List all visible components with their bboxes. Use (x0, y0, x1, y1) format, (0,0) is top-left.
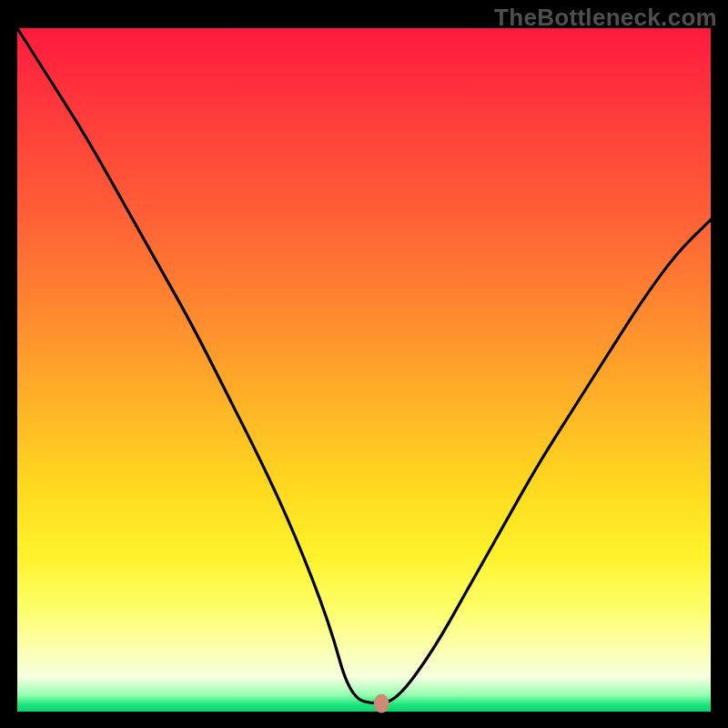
chart-frame: TheBottleneck.com (0, 0, 728, 728)
bottleneck-curve-svg (17, 28, 711, 712)
bottleneck-curve-path (17, 28, 711, 703)
watermark-text: TheBottleneck.com (494, 4, 717, 32)
optimal-point-marker (374, 694, 389, 713)
plot-area (17, 28, 711, 712)
